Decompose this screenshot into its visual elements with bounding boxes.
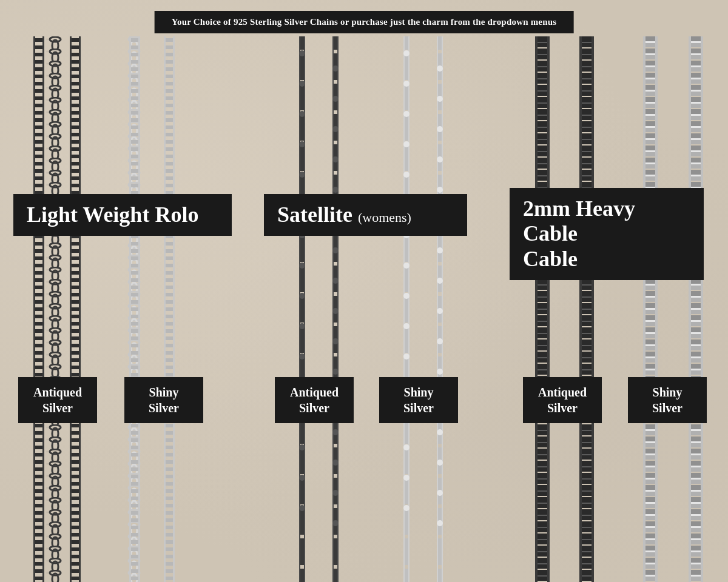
satellite-title-text: Satellite (277, 202, 352, 227)
rolo-title: Light Weight Rolo (27, 202, 218, 227)
header-text: Your Choice of 925 Sterling Silver Chain… (172, 17, 557, 27)
satellite-title: Satellite (womens) (277, 202, 454, 227)
rolo-shiny-label: ShinySilver (124, 377, 203, 423)
chains-group (0, 36, 728, 582)
rolo-shiny-svg (112, 36, 155, 582)
satellite-subtitle: (womens) (358, 210, 411, 225)
svg-rect-4 (47, 36, 62, 582)
cable-title: 2mm Heavy CableCable (523, 196, 690, 272)
cable-antiqued-label: AntiquedSilver (523, 377, 602, 423)
sat-antiqued-label: AntiquedSilver (275, 377, 354, 423)
satellite-section-label: Satellite (womens) (264, 194, 467, 236)
cable-section-label: 2mm Heavy CableCable (510, 188, 704, 280)
rolo-antiqued-label: AntiquedSilver (18, 377, 97, 423)
rolo-shiny-chain (112, 36, 155, 582)
rolo-dark-svg (33, 36, 76, 582)
header-banner: Your Choice of 925 Sterling Silver Chain… (155, 11, 574, 33)
rolo-antiqued-chain (33, 36, 76, 582)
svg-rect-7 (126, 36, 141, 582)
cable-shiny-label: ShinySilver (628, 377, 707, 423)
sat-shiny-label: ShinySilver (379, 377, 458, 423)
rolo-section-label: Light Weight Rolo (13, 194, 232, 236)
